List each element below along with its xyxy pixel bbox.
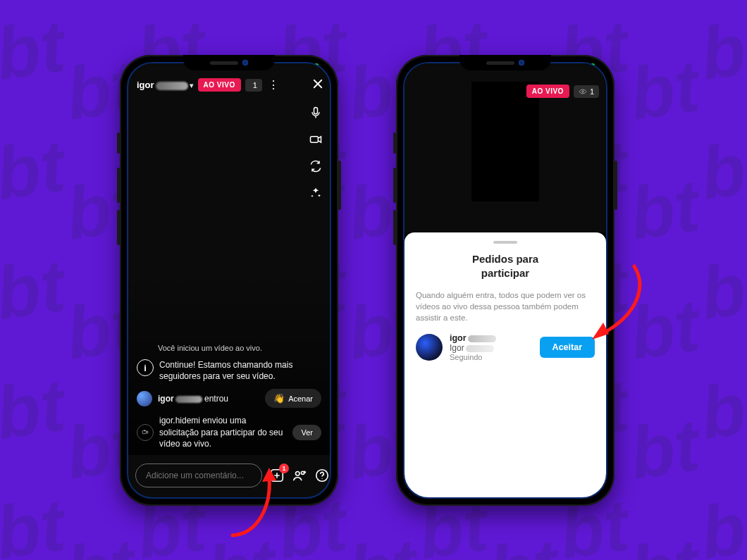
following-label: Seguindo — [450, 353, 533, 361]
sheet-grabber[interactable] — [493, 241, 517, 244]
chevron-down-icon[interactable]: ▾ — [190, 81, 194, 89]
effects-sparkle-icon[interactable] — [309, 186, 323, 203]
close-live-button[interactable] — [311, 77, 324, 92]
displayname-redacted — [466, 345, 494, 352]
live-preview-thumbnail — [471, 82, 539, 201]
request-count-badge: 1 — [279, 463, 289, 473]
join-requests-sheet: Pedidos para participar Quando alguém en… — [405, 232, 606, 497]
add-media-button[interactable]: 1 — [269, 468, 285, 483]
accept-request-button[interactable]: Aceitar — [540, 337, 595, 358]
phone-notch — [459, 55, 551, 70]
feed-join-row: igor entrou 👋 Acenar — [137, 389, 321, 408]
live-preview-backdrop: AO VIVO 1 — [405, 63, 606, 232]
phone-frame-left: igor▾ AO VIVO 1 ⋮ — [120, 55, 338, 506]
system-started-line: Você iniciou um vídeo ao vivo. — [137, 344, 321, 352]
svg-rect-1 — [314, 108, 318, 114]
viewer-count-pill[interactable]: 1 — [245, 79, 262, 92]
feed-info-row: i Continue! Estamos chamando mais seguid… — [137, 359, 321, 382]
comment-input[interactable] — [135, 463, 262, 487]
viewer-avatar — [137, 391, 152, 406]
live-tool-column — [309, 106, 323, 203]
live-badge: AO VIVO — [526, 85, 569, 98]
username-redacted — [468, 335, 496, 342]
request-row: igor Igor Seguindo Aceitar — [416, 333, 595, 361]
broadcaster-username[interactable]: igor▾ — [137, 80, 194, 90]
camera-toggle-icon[interactable] — [309, 132, 323, 149]
viewer-count-pill[interactable]: 1 — [574, 85, 599, 98]
live-badge: AO VIVO — [198, 78, 241, 92]
svg-point-10 — [582, 90, 584, 92]
sheet-hint: Quando alguém entra, todos que podem ver… — [416, 290, 595, 323]
requester-avatar[interactable] — [416, 334, 443, 361]
svg-point-5 — [296, 472, 300, 476]
close-icon — [311, 77, 324, 90]
sheet-title: Pedidos para participar — [452, 252, 558, 280]
more-options-icon[interactable]: ⋮ — [266, 80, 280, 91]
switch-camera-icon[interactable] — [309, 159, 323, 176]
view-request-button[interactable]: Ver — [292, 425, 321, 440]
username-redacted — [156, 82, 188, 90]
join-request-icon — [137, 424, 154, 441]
wave-button[interactable]: 👋 Acenar — [265, 389, 321, 408]
svg-rect-2 — [311, 137, 319, 142]
info-icon: i — [137, 359, 154, 376]
live-activity-feed: Você iniciou um vídeo ao vivo. i Continu… — [128, 344, 330, 455]
feed-request-row: igor.hidemi enviou uma solicitação para … — [137, 415, 321, 449]
phone-frame-right: AO VIVO 1 Pedidos para participar Quando… — [396, 55, 615, 506]
requests-sheet-screen: AO VIVO 1 Pedidos para participar Quando… — [403, 62, 607, 499]
live-broadcast-screen: igor▾ AO VIVO 1 ⋮ — [127, 62, 331, 499]
svg-rect-3 — [142, 431, 146, 434]
microphone-icon[interactable] — [309, 106, 323, 123]
wave-emoji-icon: 👋 — [273, 393, 285, 404]
invite-guests-button[interactable] — [292, 468, 307, 483]
live-bottom-bar: 1 — [128, 463, 330, 487]
phone-notch — [183, 55, 275, 70]
questions-button[interactable] — [314, 468, 330, 483]
eye-icon — [579, 87, 587, 96]
svg-point-8 — [321, 478, 322, 479]
